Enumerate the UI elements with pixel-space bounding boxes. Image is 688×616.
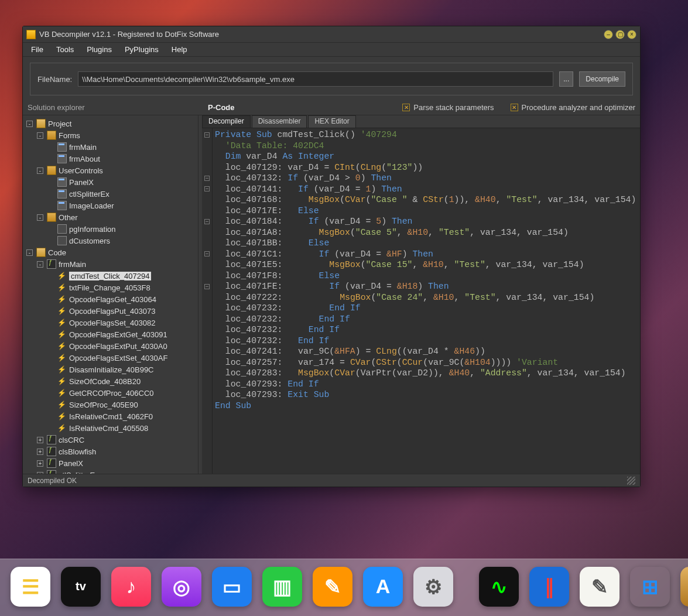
form-icon (57, 154, 67, 163)
resize-grip-icon[interactable] (627, 477, 635, 485)
filename-input[interactable] (78, 71, 553, 87)
dock-music-icon[interactable]: ♪ (111, 567, 151, 607)
tree-item[interactable]: +ctlSplitterEx (24, 469, 197, 474)
proc-analyzer-checkbox[interactable]: ✕ Procedure analyzer and optimizer (511, 103, 635, 112)
expand-icon[interactable]: + (37, 437, 43, 443)
tree-item[interactable]: +clsCRC (24, 434, 197, 446)
tree-item[interactable]: OpcodeFlagsExtPut_4030A0 (24, 340, 197, 352)
fold-icon[interactable] (204, 284, 210, 289)
expand-icon[interactable]: + (37, 460, 43, 467)
tree-item-label: Other (59, 213, 78, 222)
tree-item[interactable]: OpcodeFlagsSet_403082 (24, 317, 197, 328)
collapse-icon[interactable]: - (37, 214, 43, 221)
tree-item[interactable]: GetCRCOfProc_406CC0 (24, 387, 197, 399)
editor-gutter[interactable] (202, 128, 213, 474)
tree-item[interactable]: OpcodeFlagsGet_403064 (24, 293, 197, 305)
fold-icon[interactable] (204, 251, 210, 256)
tree-item[interactable]: PanelX (24, 176, 197, 188)
dock-settings-icon[interactable]: ⚙ (413, 567, 453, 607)
form-icon (57, 177, 67, 187)
tree-item[interactable]: frmMain (24, 141, 197, 153)
dock-parallels-icon[interactable]: ∥ (529, 567, 569, 607)
dock-windows-icon[interactable]: ⊞ (630, 567, 670, 607)
tree-item[interactable]: +PanelX (24, 457, 197, 469)
proc-icon (57, 412, 67, 421)
collapse-icon[interactable]: - (37, 132, 43, 139)
tree-item[interactable]: OpcodeFlagsPut_403073 (24, 305, 197, 317)
dock-numbers-icon[interactable]: ▥ (262, 567, 302, 607)
fold-icon[interactable] (204, 132, 210, 138)
fold-icon[interactable] (204, 176, 210, 181)
tree-item-label: frmAbout (69, 155, 100, 163)
minimize-button[interactable]: – (604, 30, 613, 39)
menu-tools[interactable]: Tools (50, 44, 80, 55)
tree-item[interactable]: DisasmInitialize_40B99C (24, 364, 197, 375)
class-icon (47, 470, 56, 474)
dock-notes-icon[interactable]: ☰ (11, 567, 50, 607)
tree-item-label: OpcodeFlagsPut_403073 (69, 307, 155, 316)
collapse-icon[interactable]: - (37, 261, 43, 268)
tree-item-label: ImageLoader (69, 201, 114, 210)
tab-decompiler[interactable]: Decompiler (202, 115, 251, 128)
menu-help[interactable]: Help (166, 44, 193, 55)
dock-appstore-icon[interactable]: A (363, 567, 403, 607)
decompile-button[interactable]: Decompile (579, 71, 625, 87)
browse-button[interactable]: ... (559, 71, 573, 87)
tree-item[interactable]: -UserControls (24, 165, 197, 176)
tree-item[interactable]: frmAbout (24, 153, 197, 165)
tree-item[interactable]: dCustomers (24, 235, 197, 247)
menu-file[interactable]: File (25, 44, 49, 55)
menu-pyplugins[interactable]: PyPlugins (119, 44, 165, 55)
dock-activity-icon[interactable]: ∿ (479, 567, 519, 607)
tree-item[interactable]: SizeOfProc_405E90 (24, 399, 197, 410)
fold-icon[interactable] (204, 219, 210, 224)
tree-item[interactable]: OpcodeFlagsExtGet_403091 (24, 328, 197, 340)
tree-item[interactable]: ctlSplitterEx (24, 188, 197, 200)
tree[interactable]: -Project-FormsfrmMainfrmAbout-UserContro… (23, 115, 198, 474)
expand-icon[interactable]: + (37, 449, 43, 455)
fold-icon[interactable] (204, 186, 210, 191)
proc-icon (57, 353, 67, 362)
collapse-icon[interactable]: - (37, 167, 43, 174)
tree-item[interactable]: OpcodeFlagsExtSet_4030AF (24, 352, 197, 364)
tree-item[interactable]: -Project (24, 118, 197, 129)
tree-item-label: pgInformation (69, 225, 116, 234)
tree-item[interactable]: +clsBlowfish (24, 446, 197, 457)
tree-item-label: GetCRCOfProc_406CC0 (69, 389, 154, 398)
tree-item[interactable]: -frmMain (24, 258, 197, 270)
tree-item-label: frmMain (69, 143, 97, 152)
tree-item[interactable]: -Code (24, 247, 197, 258)
tab-disassembler[interactable]: Disassembler (252, 115, 307, 128)
dock-keynote-icon[interactable]: ▭ (212, 567, 252, 607)
dock-appletv-icon[interactable]: tv (61, 567, 101, 607)
module-icon (57, 224, 67, 234)
dock-textedit-icon[interactable]: ✎ (580, 567, 619, 607)
form-icon (57, 201, 67, 210)
proc-icon (57, 341, 67, 351)
tree-item-label: PanelX (69, 178, 94, 187)
maximize-button[interactable]: ▢ (615, 30, 625, 39)
label: Procedure analyzer and optimizer (522, 103, 635, 112)
solution-explorer-label: Solution explorer (28, 103, 203, 112)
tree-item[interactable]: IsRelativeCmd1_4062F0 (24, 410, 197, 422)
tree-item[interactable]: SizeOfCode_408B20 (24, 375, 197, 387)
collapse-icon[interactable]: - (26, 249, 33, 256)
proc-icon (57, 423, 67, 433)
tree-item[interactable]: -Forms (24, 129, 197, 141)
close-button[interactable]: × (627, 30, 636, 39)
tree-item[interactable]: cmdTest_Click_407294 (24, 270, 197, 282)
dock-pages-icon[interactable]: ✎ (313, 567, 352, 607)
menu-plugins[interactable]: Plugins (81, 44, 118, 55)
code-editor[interactable]: Private Sub cmdTest_Click() '407294 'Dat… (213, 128, 640, 474)
tree-item[interactable]: -Other (24, 211, 197, 223)
dock-podcasts-icon[interactable]: ◎ (162, 567, 201, 607)
dock-vbdecompiler-icon[interactable]: VB (680, 567, 688, 607)
tree-item[interactable]: ImageLoader (24, 200, 197, 211)
parse-stack-checkbox[interactable]: ✕ Parse stack parameters (402, 103, 494, 112)
tree-item[interactable]: IsRelativeCmd_405508 (24, 422, 197, 434)
titlebar[interactable]: VB Decompiler v12.1 - Registered to DotF… (23, 26, 640, 43)
tree-item[interactable]: pgInformation (24, 223, 197, 235)
collapse-icon[interactable]: - (26, 121, 33, 127)
tree-item[interactable]: txtFile_Change_4053F8 (24, 282, 197, 293)
tab-hex-editor[interactable]: HEX Editor (308, 115, 355, 128)
